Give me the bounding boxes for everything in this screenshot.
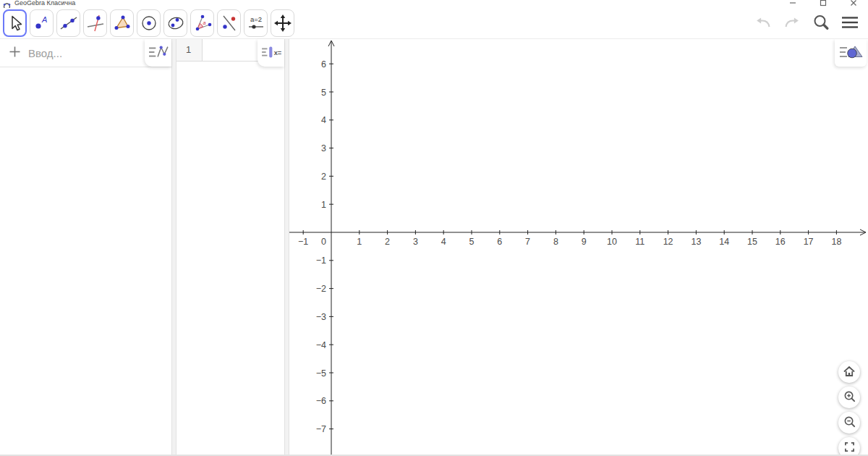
svg-text:1: 1: [321, 200, 326, 210]
svg-text:1: 1: [357, 237, 362, 247]
graphics-view[interactable]: −1123456789101112131415161718654321−1−2−…: [289, 39, 868, 455]
toolbar: A: [0, 8, 868, 39]
angle-icon: a: [193, 14, 212, 33]
svg-text:−1: −1: [316, 256, 326, 266]
home-button[interactable]: [838, 361, 860, 383]
cas-panel: 1 x=: [176, 39, 284, 455]
undo-icon: [754, 14, 773, 33]
polygon-icon: [113, 14, 132, 33]
tool-move-graphics-view[interactable]: [271, 9, 294, 37]
titlebar: GeoGebra Класична: [0, 0, 868, 8]
ellipse-icon: [166, 14, 185, 33]
cas-style-label: x=: [273, 48, 281, 56]
tool-slider[interactable]: a=2: [244, 9, 268, 37]
maximize-button[interactable]: [819, 0, 827, 7]
main-area: 1 x= −11234567891011121314151617186543: [0, 39, 868, 455]
line-icon: [59, 14, 78, 33]
zoom-in-button[interactable]: [838, 387, 860, 408]
window-title: GeoGebra Класична: [14, 0, 75, 7]
slider-icon: a=2: [247, 14, 265, 33]
svg-text:15: 15: [747, 237, 757, 247]
minimize-button[interactable]: [788, 0, 797, 7]
panel-divider[interactable]: [284, 39, 289, 455]
svg-text:4: 4: [441, 237, 446, 247]
redo-button[interactable]: [781, 12, 803, 34]
geogebra-window: GeoGebra Класична: [0, 0, 868, 456]
tool-reflect-about-line[interactable]: [217, 9, 241, 37]
home-icon: [843, 366, 855, 379]
panel-divider[interactable]: [171, 39, 176, 455]
circle-icon: [140, 14, 158, 33]
svg-text:16: 16: [775, 237, 786, 247]
undo-button[interactable]: [752, 12, 774, 34]
svg-text:A: A: [41, 15, 47, 24]
svg-text:a: a: [203, 20, 205, 25]
svg-text:4: 4: [321, 115, 326, 125]
toolbar-right: [752, 12, 861, 34]
svg-text:−3: −3: [316, 312, 326, 322]
graphics-axes: −1123456789101112131415161718654321−1−2−…: [289, 39, 868, 455]
svg-text:−1: −1: [298, 237, 308, 247]
cas-row-number[interactable]: 1: [176, 39, 203, 61]
svg-text:9: 9: [582, 237, 587, 247]
move-view-icon: [273, 14, 292, 33]
search-icon: [812, 13, 830, 34]
graphics-nav-buttons: [838, 361, 860, 455]
svg-text:17: 17: [804, 237, 814, 247]
menu-button[interactable]: [839, 12, 861, 34]
perpendicular-line-icon: [86, 14, 105, 33]
svg-text:−4: −4: [316, 340, 326, 350]
tool-group: A: [3, 9, 294, 37]
graphics-stylebar-button[interactable]: [835, 39, 867, 67]
svg-text:6: 6: [497, 237, 502, 247]
add-input-icon[interactable]: [9, 46, 21, 61]
svg-text:11: 11: [635, 237, 644, 247]
zoom-in-icon: [843, 390, 856, 405]
redo-icon: [783, 14, 801, 33]
svg-text:7: 7: [525, 237, 530, 247]
tool-point[interactable]: A: [30, 9, 54, 37]
tool-angle[interactable]: a: [190, 9, 214, 37]
algebra-stylebar-button[interactable]: [145, 39, 171, 67]
zoom-out-icon: [843, 415, 856, 430]
tool-polygon[interactable]: [110, 9, 134, 37]
svg-text:0: 0: [321, 237, 326, 247]
hamburger-menu-icon: [841, 13, 859, 34]
svg-text:2: 2: [321, 172, 326, 182]
svg-text:12: 12: [663, 237, 673, 247]
reflect-icon: [220, 14, 239, 33]
tool-circle-with-center[interactable]: [137, 9, 161, 37]
point-icon: A: [33, 14, 51, 33]
tool-ellipse[interactable]: [163, 9, 187, 37]
svg-text:5: 5: [321, 88, 326, 98]
fullscreen-button[interactable]: [838, 437, 860, 455]
cas-stylebar-icon: x=: [260, 43, 283, 63]
svg-text:6: 6: [321, 59, 326, 69]
svg-text:8: 8: [553, 237, 558, 247]
svg-text:3: 3: [321, 143, 326, 153]
algebra-panel: [0, 39, 171, 455]
cursor-icon: [6, 14, 25, 33]
svg-text:−5: −5: [316, 368, 326, 379]
tool-line[interactable]: [56, 9, 80, 37]
svg-text:18: 18: [831, 237, 841, 247]
close-button[interactable]: [849, 0, 858, 7]
svg-text:2: 2: [385, 237, 390, 247]
search-button[interactable]: [810, 12, 832, 34]
svg-text:−2: −2: [316, 284, 326, 294]
svg-text:−7: −7: [316, 424, 326, 434]
svg-text:14: 14: [719, 237, 729, 247]
algebra-stylebar-icon: [147, 43, 170, 63]
tool-perpendicular-line[interactable]: [83, 9, 107, 37]
slider-label: a=2: [250, 15, 261, 23]
geogebra-logo-icon: [3, 0, 11, 8]
tool-move[interactable]: [3, 9, 27, 37]
svg-text:10: 10: [607, 237, 617, 247]
svg-text:−6: −6: [316, 396, 326, 406]
zoom-out-button[interactable]: [838, 412, 860, 434]
svg-text:5: 5: [469, 237, 475, 247]
graphics-stylebar-icon: [838, 43, 863, 64]
svg-text:13: 13: [691, 237, 701, 247]
cas-stylebar-button[interactable]: x=: [258, 39, 284, 67]
fullscreen-icon: [844, 442, 855, 455]
